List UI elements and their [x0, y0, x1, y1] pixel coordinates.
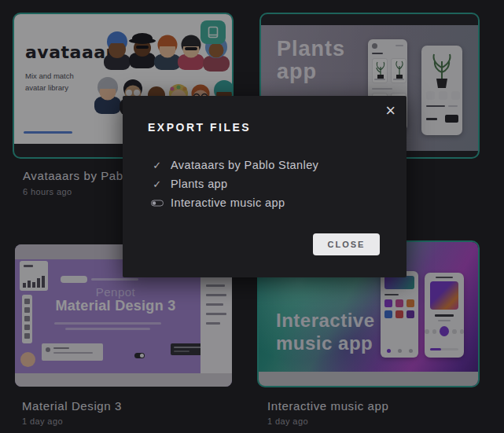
- check-icon: ✓: [151, 160, 164, 171]
- export-item-label: Plants app: [171, 178, 228, 190]
- close-button[interactable]: CLOSE: [313, 233, 380, 255]
- export-item: Interactive music app: [151, 193, 391, 212]
- export-item-label: Avataaars by Pablo Stanley: [171, 159, 318, 171]
- export-item: ✓ Avataaars by Pablo Stanley: [151, 156, 391, 174]
- export-item: ✓ Plants app: [151, 174, 391, 193]
- export-items-list: ✓ Avataaars by Pablo Stanley ✓ Plants ap…: [151, 156, 391, 212]
- export-progress-icon: [151, 200, 164, 207]
- close-icon[interactable]: ×: [385, 99, 395, 123]
- export-files-modal: × EXPORT FILES ✓ Avataaars by Pablo Stan…: [123, 96, 407, 277]
- check-icon: ✓: [151, 178, 164, 190]
- export-item-label: Interactive music app: [171, 196, 285, 209]
- modal-title: EXPORT FILES: [148, 121, 251, 134]
